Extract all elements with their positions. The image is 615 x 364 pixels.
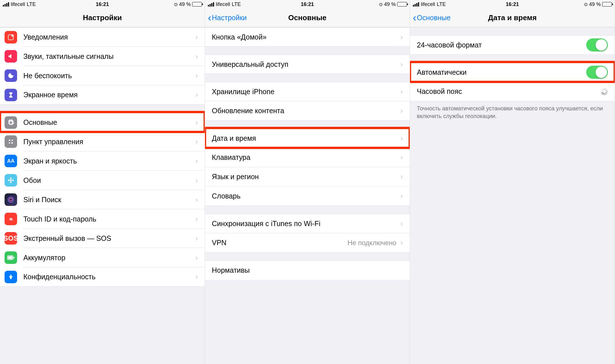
row-general[interactable]: Основные › (0, 113, 205, 132)
row-label: Обои (23, 176, 195, 185)
alarm-icon: ⊙ (584, 2, 588, 7)
screen-date-time: lifecell LTE 16:21 ⊙ 49 % ‹ Основные Дат… (410, 0, 615, 364)
row-label: Touch ID и код-пароль (23, 215, 195, 223)
row-control-center[interactable]: Пункт управления › (0, 132, 205, 151)
chevron-right-icon: › (195, 253, 198, 262)
moon-icon (5, 69, 17, 82)
row-label: Словарь (212, 192, 400, 200)
svg-point-1 (11, 34, 14, 37)
carrier-label: lifecell (421, 1, 435, 7)
row-label: Основные (23, 118, 195, 127)
row-dictionary[interactable]: Словарь › (205, 187, 410, 206)
row-label: Пункт управления (23, 138, 195, 146)
page-title: Настройки (83, 13, 122, 22)
toggle-automatic[interactable] (586, 66, 608, 79)
sos-icon: SOS (5, 232, 17, 245)
svg-point-2 (9, 140, 11, 141)
row-keyboard[interactable]: Клавиатура › (205, 148, 410, 167)
row-regulatory[interactable]: Нормативы (205, 260, 410, 280)
chevron-right-icon: › (195, 118, 198, 127)
network-label: LTE (437, 1, 446, 7)
sliders-icon (5, 135, 17, 148)
gear-icon (5, 116, 17, 129)
row-background-refresh[interactable]: Обновление контента › (205, 101, 410, 121)
battery-percent: 49 % (179, 1, 191, 7)
back-button[interactable]: ‹ Основные (413, 13, 451, 23)
page-title: Дата и время (488, 13, 537, 22)
svg-rect-14 (14, 257, 15, 258)
siri-icon (5, 193, 17, 206)
row-label: Нормативы (212, 266, 403, 274)
chevron-right-icon: › (400, 87, 403, 96)
chevron-right-icon: › (195, 215, 198, 224)
row-display[interactable]: AA Экран и яркость › (0, 151, 205, 171)
sounds-icon (5, 50, 17, 63)
chevron-right-icon: › (195, 90, 198, 99)
screen-general: lifecell LTE 16:21 ⊙ 49 % ‹ Настройки Ос… (205, 0, 410, 364)
row-timezone[interactable]: Часовой пояс (410, 82, 615, 101)
battery-percent: 49 % (384, 1, 396, 7)
row-label: Клавиатура (212, 153, 400, 162)
status-bar: lifecell LTE 16:21 ⊙ 49 % (0, 0, 205, 9)
row-automatic[interactable]: Автоматически (410, 63, 615, 82)
flower-icon (5, 174, 17, 187)
row-vpn[interactable]: VPN Не подключено › (205, 233, 410, 253)
chevron-right-icon: › (195, 195, 198, 204)
alarm-icon: ⊙ (379, 2, 383, 7)
network-label: LTE (232, 1, 241, 7)
row-siri[interactable]: Siri и Поиск › (0, 190, 205, 209)
svg-point-9 (8, 179, 10, 181)
row-storage[interactable]: Хранилище iPhone › (205, 82, 410, 101)
nav-bar: ‹ Настройки Основные (205, 9, 410, 27)
row-label: Конфиденциальность (23, 273, 195, 281)
row-language-region[interactable]: Язык и регион › (205, 167, 410, 187)
svg-rect-5 (11, 140, 13, 141)
back-button[interactable]: ‹ Настройки (208, 13, 247, 23)
row-label: Универсальный доступ (212, 60, 400, 69)
row-itunes-sync[interactable]: Синхронизация с iTunes по Wi-Fi › (205, 214, 410, 233)
row-date-time[interactable]: Дата и время › (205, 129, 410, 148)
svg-rect-15 (8, 256, 13, 259)
row-label: VPN (212, 239, 347, 247)
row-accessibility[interactable]: Универсальный доступ › (205, 55, 410, 74)
svg-point-7 (10, 177, 12, 179)
row-label: Экран и яркость (23, 157, 195, 165)
chevron-right-icon: › (195, 52, 198, 61)
row-notifications[interactable]: Уведомления › (0, 27, 205, 47)
battery-icon (5, 251, 17, 264)
chevron-right-icon: › (195, 272, 198, 281)
row-label: Автоматически (417, 68, 586, 76)
row-label: Дата и время (212, 134, 400, 142)
screen-settings: lifecell LTE 16:21 ⊙ 49 % Настройки Увед… (0, 0, 205, 364)
nav-bar: ‹ Основные Дата и время (410, 9, 615, 27)
row-sounds[interactable]: Звуки, тактильные сигналы › (0, 47, 205, 66)
status-time: 16:21 (301, 1, 314, 7)
row-touchid[interactable]: Touch ID и код-пароль › (0, 209, 205, 229)
chevron-left-icon: ‹ (208, 13, 211, 23)
chevron-right-icon: › (195, 157, 198, 166)
signal-icon (3, 2, 9, 7)
row-battery[interactable]: Аккумулятор › (0, 248, 205, 267)
row-home-button[interactable]: Кнопка «Домой» › (205, 27, 410, 47)
row-label: Звуки, тактильные сигналы (23, 52, 195, 61)
alarm-icon: ⊙ (174, 2, 178, 7)
row-sos[interactable]: SOS Экстренный вызов — SOS › (0, 229, 205, 248)
row-24hour[interactable]: 24-часовой формат (410, 35, 615, 55)
row-dnd[interactable]: Не беспокоить › (0, 66, 205, 85)
chevron-right-icon: › (195, 137, 198, 146)
back-label: Настройки (212, 14, 247, 22)
text-size-icon: AA (5, 155, 17, 167)
nav-bar: Настройки (0, 9, 205, 27)
toggle-24hour[interactable] (586, 38, 608, 51)
chevron-right-icon: › (400, 153, 403, 162)
row-label: Не беспокоить (23, 72, 195, 80)
footer-note: Точность автоматической установки часово… (410, 101, 615, 123)
hand-icon (5, 271, 17, 283)
battery-percent: 49 % (589, 1, 601, 7)
back-label: Основные (417, 14, 451, 22)
battery-icon (602, 2, 612, 7)
row-privacy[interactable]: Конфиденциальность › (0, 267, 205, 287)
row-screentime[interactable]: Экранное время › (0, 85, 205, 105)
row-wallpaper[interactable]: Обои › (0, 171, 205, 190)
battery-icon (192, 2, 202, 7)
